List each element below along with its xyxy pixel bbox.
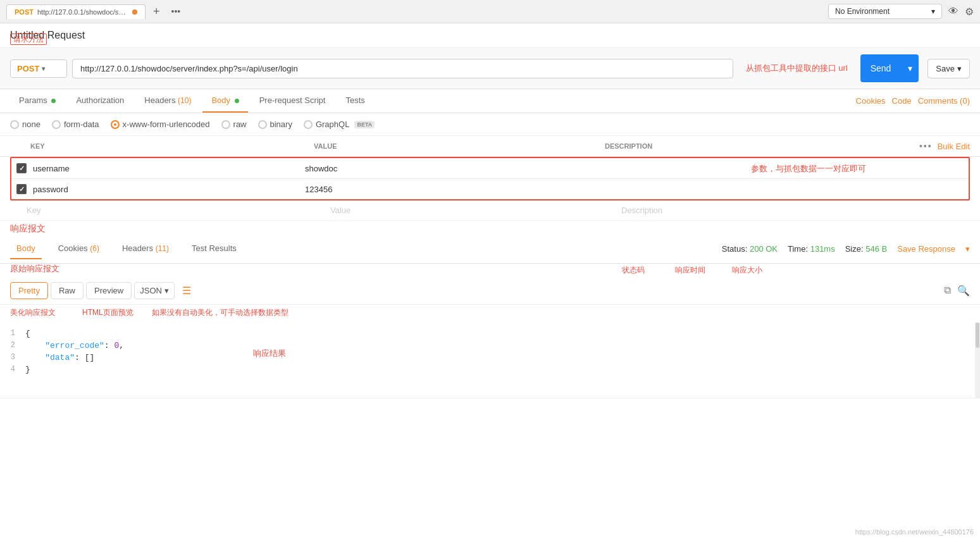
add-tab-button[interactable]: + <box>149 5 164 18</box>
resp-tab-test-results[interactable]: Test Results <box>185 238 243 259</box>
username-value[interactable]: showdoc <box>305 164 596 173</box>
tab-pre-request[interactable]: Pre-request Script <box>251 89 335 113</box>
empty-desc[interactable]: Description <box>621 206 970 215</box>
copy-icon[interactable]: ⧉ <box>944 285 951 297</box>
environment-select[interactable]: No Environment ▾ <box>828 4 942 19</box>
send-button[interactable]: Send ▾ <box>860 54 919 82</box>
pretty-button[interactable]: Pretty <box>10 282 48 299</box>
radio-binary <box>258 120 267 129</box>
col-desc-header: DESCRIPTION <box>605 142 919 150</box>
password-checkbox[interactable]: ✓ <box>16 184 27 194</box>
response-header: Body Cookies (6) Headers (11) Test Resul… <box>0 235 980 264</box>
username-key[interactable]: username <box>33 164 305 173</box>
code-line-3: 3 "data": [] <box>0 352 980 364</box>
active-tab[interactable]: POST http://127.0.0.1/showdoc/serv... <box>6 4 146 19</box>
json-key-error: "error_code" <box>45 341 104 350</box>
tab-tests[interactable]: Tests <box>337 89 373 113</box>
chevron-down-icon: ▾ <box>931 7 935 16</box>
response-status-bar: Status: 200 OK Time: 131ms Size: 546 B S… <box>722 244 970 254</box>
request-tabs: Params Authorization Headers (10) Body P… <box>0 89 980 113</box>
send-label: Send <box>860 59 902 78</box>
status-label: Status: 200 OK <box>722 244 778 254</box>
body-type-row: none form-data x-www-form-urlencoded raw… <box>0 113 980 136</box>
body-type-graphql[interactable]: GraphQL BETA <box>304 120 375 129</box>
more-dots-icon[interactable]: ••• <box>919 141 933 151</box>
cookies-link[interactable]: Cookies <box>856 96 886 106</box>
response-code-block: 1 { 2 "error_code": 0, 3 "data": [] 4 } … <box>0 323 980 398</box>
code-line-1: 1 { <box>0 328 980 340</box>
tab-authorization[interactable]: Authorization <box>67 89 133 113</box>
send-chevron-icon[interactable]: ▾ <box>902 59 919 78</box>
body-type-raw[interactable]: raw <box>221 120 247 129</box>
tab-dot <box>132 9 137 15</box>
table-actions: ••• Bulk Edit <box>919 141 970 151</box>
empty-value[interactable]: Value <box>330 206 621 215</box>
empty-form-row: Key Value Description <box>0 200 980 221</box>
json-type-select[interactable]: JSON ▾ <box>134 282 175 299</box>
method-select[interactable]: POST ▾ <box>10 59 67 78</box>
save-button[interactable]: Save ▾ <box>927 59 970 78</box>
save-chevron-icon: ▾ <box>957 64 962 73</box>
chevron-down-icon: ▾ <box>42 65 45 72</box>
body-type-binary[interactable]: binary <box>258 120 292 129</box>
empty-key[interactable]: Key <box>27 206 330 215</box>
col-key-header: KEY <box>10 142 314 150</box>
line-num-1: 1 <box>0 329 25 338</box>
line-content-2: "error_code": 0, <box>25 341 124 350</box>
sort-icon[interactable]: ☰ <box>182 285 191 297</box>
form-area: ✓ username showdoc ✓ password 123456 参数，… <box>0 157 980 200</box>
save-response-button[interactable]: Save Response <box>897 244 955 254</box>
comments-link[interactable]: Comments (0) <box>918 96 970 106</box>
body-type-urlencoded[interactable]: x-www-form-urlencoded <box>111 120 210 129</box>
resp-tab-body[interactable]: Body <box>10 238 42 259</box>
method-value: POST <box>17 64 39 73</box>
table-header: KEY VALUE DESCRIPTION ••• Bulk Edit <box>0 136 980 157</box>
table-row: ✓ username showdoc <box>11 158 969 179</box>
eye-icon[interactable]: 👁 <box>948 6 958 17</box>
raw-button[interactable]: Raw <box>51 282 84 299</box>
env-label: No Environment <box>835 7 890 16</box>
radio-form-data <box>52 120 61 129</box>
url-input[interactable] <box>72 59 733 78</box>
line-num-2: 2 <box>0 341 25 350</box>
scrollbar-vertical[interactable] <box>975 323 980 398</box>
body-type-none[interactable]: none <box>10 120 40 129</box>
tab-headers[interactable]: Headers (10) <box>135 89 200 113</box>
username-checkbox[interactable]: ✓ <box>16 163 27 173</box>
code-link[interactable]: Code <box>892 96 912 106</box>
tab-url: http://127.0.0.1/showdoc/serv... <box>37 8 128 16</box>
resp-tab-headers[interactable]: Headers (11) <box>116 238 175 259</box>
headers-badge: (10) <box>178 96 191 105</box>
body-dot <box>235 99 239 103</box>
page-title-bar: Untitled Request <box>0 23 980 48</box>
bulk-edit-button[interactable]: Bulk Edit <box>938 142 970 151</box>
save-response-chevron[interactable]: ▾ <box>965 244 970 254</box>
password-key[interactable]: password <box>33 185 305 194</box>
code-line-4: 4 } <box>0 364 980 376</box>
radio-raw <box>221 120 230 129</box>
radio-none <box>10 120 19 129</box>
body-type-form-data[interactable]: form-data <box>52 120 99 129</box>
line-content-4: } <box>25 365 30 374</box>
preview-button[interactable]: Preview <box>86 282 132 299</box>
cookies-badge: (6) <box>90 244 99 253</box>
tab-params[interactable]: Params <box>10 89 65 113</box>
params-dot <box>51 99 56 103</box>
tab-area: POST http://127.0.0.1/showdoc/serv... + … <box>6 4 823 19</box>
request-line: 请求方法 POST ▾ 从抓包工具中提取的接口 url Send ▾ Save … <box>0 48 980 89</box>
more-tabs-button[interactable]: ••• <box>168 6 185 16</box>
settings-icon[interactable]: ⚙ <box>965 6 974 18</box>
tab-body[interactable]: Body <box>202 89 247 113</box>
tabs-right: Cookies Code Comments (0) <box>856 96 970 106</box>
json-val-data: [] <box>85 353 95 362</box>
size-value: 546 B <box>865 244 887 254</box>
headers-resp-badge: (11) <box>156 244 169 253</box>
json-chevron-icon: ▾ <box>164 286 169 295</box>
form-container: ✓ username showdoc ✓ password 123456 <box>10 157 970 200</box>
json-key-data: "data" <box>45 353 75 362</box>
password-value[interactable]: 123456 <box>305 185 596 194</box>
radio-graphql <box>304 120 313 129</box>
json-label: JSON <box>140 286 162 295</box>
resp-tab-cookies[interactable]: Cookies (6) <box>52 238 106 259</box>
search-icon[interactable]: 🔍 <box>957 285 970 297</box>
